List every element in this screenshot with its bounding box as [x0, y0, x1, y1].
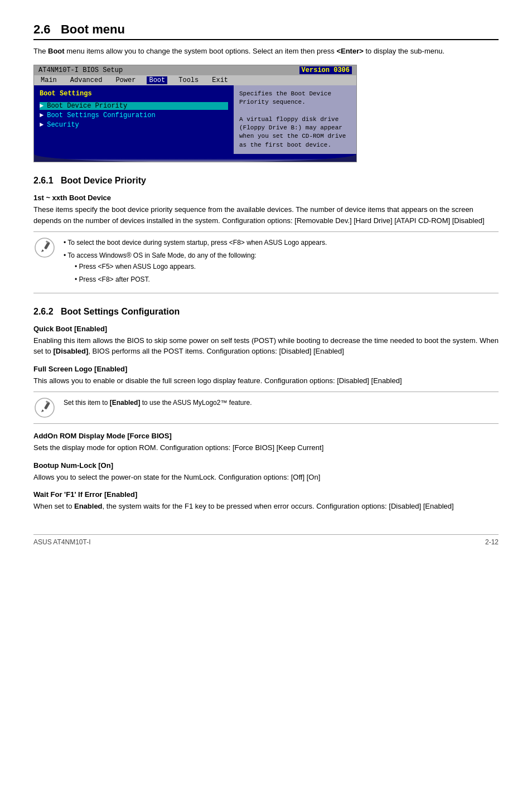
- note-content-261: To select the boot device during system …: [64, 238, 327, 287]
- bios-nav-exit: Exit: [210, 76, 230, 84]
- pencil-icon: [35, 238, 55, 258]
- bios-nav-tools: Tools: [176, 76, 201, 84]
- intro-enter: <Enter>: [336, 47, 363, 55]
- body-bootup-numlock: Allows you to select the power-on state …: [33, 472, 499, 483]
- section-title: 2.6 Boot menu: [33, 22, 499, 40]
- body-addon-rom: Sets the display mode for option ROM. Co…: [33, 442, 499, 453]
- note-sub-f5: Press <F5> when ASUS Logo appears.: [75, 262, 327, 272]
- heading-addon-rom: AddOn ROM Display Mode [Force BIOS]: [33, 432, 499, 440]
- note-sub-f8-post: Press <F8> after POST.: [75, 274, 327, 285]
- note-item-windows: To access Windows® OS in Safe Mode, do a…: [64, 250, 327, 285]
- bios-item-label: Security: [47, 121, 79, 129]
- subsection-262-number: 2.6.2: [33, 307, 54, 316]
- footer-left: ASUS AT4NM10T-I: [33, 538, 90, 546]
- bios-left-panel: Boot Settings ► Boot Device Priority ► B…: [34, 85, 234, 154]
- note-list-261: To select the boot device during system …: [64, 238, 327, 285]
- note-box-261: To select the boot device during system …: [33, 231, 499, 293]
- bios-nav: Main Advanced Power Boot Tools Exit: [34, 75, 356, 85]
- body-wait-f1: When set to Enabled, the system waits fo…: [33, 501, 499, 512]
- bios-item-boot-device-priority: ► Boot Device Priority: [40, 102, 228, 110]
- note-icon-261: [33, 238, 56, 258]
- bios-version: Version 0306: [299, 66, 352, 74]
- intro-bold: Boot: [48, 47, 65, 55]
- bios-screenshot: AT4NM10T-I BIOS Setup Version 0306 Main …: [33, 65, 357, 163]
- svg-marker-2: [41, 249, 44, 252]
- bios-nav-power: Power: [113, 76, 138, 84]
- body-quick-boot: Enabling this item allows the BIOS to sk…: [33, 335, 499, 357]
- subsection-262-label: Boot Settings Configuration: [61, 307, 180, 316]
- subsection-261-label: Boot Device Priority: [61, 176, 146, 185]
- pencil-icon-2: [35, 398, 55, 418]
- bios-arrow-icon: ►: [40, 112, 43, 119]
- svg-marker-6: [41, 409, 44, 412]
- subsubsection-1st-xxth: 1st ~ xxth Boot Device: [33, 194, 499, 202]
- enabled-bold-2: Enabled: [74, 502, 103, 510]
- note-item-f8: To select the boot device during system …: [64, 238, 327, 248]
- heading-wait-f1: Wait For 'F1' If Error [Enabled]: [33, 490, 499, 499]
- page-footer: ASUS AT4NM10T-I 2-12: [33, 534, 499, 546]
- subsection-262-title: 2.6.2 Boot Settings Configuration: [33, 307, 499, 317]
- enabled-bold: [Enabled]: [110, 399, 141, 407]
- bios-nav-boot: Boot: [147, 76, 167, 84]
- note-icon-262: [33, 398, 56, 418]
- bios-arrow-icon: ►: [40, 102, 43, 110]
- note-windows-text: To access Windows® OS in Safe Mode, do a…: [67, 252, 256, 259]
- bios-nav-advanced: Advanced: [68, 76, 105, 84]
- bios-header: AT4NM10T-I BIOS Setup Version 0306: [34, 65, 356, 75]
- bios-footer-wave: [34, 154, 356, 162]
- bios-nav-main: Main: [38, 76, 59, 84]
- heading-quick-boot: Quick Boot [Enabled]: [33, 325, 499, 333]
- section-261-body: These items specify the boot device prio…: [33, 204, 499, 226]
- bios-item-label: Boot Settings Configuration: [47, 112, 155, 119]
- bios-item-security: ► Security: [40, 121, 228, 129]
- intro-paragraph: The Boot menu items allow you to change …: [33, 46, 499, 57]
- note-content-262: Set this item to [Enabled] to use the AS…: [64, 398, 252, 408]
- bios-arrow-icon: ►: [40, 121, 43, 129]
- body-full-screen-logo: This allows you to enable or disable the…: [33, 375, 499, 386]
- disabled-bold: [Disabled]: [53, 347, 88, 355]
- bios-section-label: Boot Settings: [40, 90, 228, 98]
- bios-body: Boot Settings ► Boot Device Priority ► B…: [34, 85, 356, 154]
- bios-header-title: AT4NM10T-I BIOS Setup: [38, 66, 123, 74]
- bios-item-label: Boot Device Priority: [47, 102, 127, 110]
- bios-item-boot-settings-config: ► Boot Settings Configuration: [40, 112, 228, 119]
- section-title-text: Boot menu: [61, 22, 125, 36]
- bios-right-panel: Specifies the Boot Device Priority seque…: [234, 85, 356, 154]
- subsection-261-title: 2.6.1 Boot Device Priority: [33, 176, 499, 186]
- footer-right: 2-12: [485, 538, 499, 546]
- subsection-261-number: 2.6.1: [33, 176, 54, 185]
- note-box-262: Set this item to [Enabled] to use the AS…: [33, 392, 499, 424]
- section-number: 2.6: [33, 22, 51, 36]
- heading-full-screen-logo: Full Screen Logo [Enabled]: [33, 365, 499, 373]
- note-sublist: Press <F5> when ASUS Logo appears. Press…: [64, 262, 327, 285]
- heading-bootup-numlock: Bootup Num-Lock [On]: [33, 461, 499, 470]
